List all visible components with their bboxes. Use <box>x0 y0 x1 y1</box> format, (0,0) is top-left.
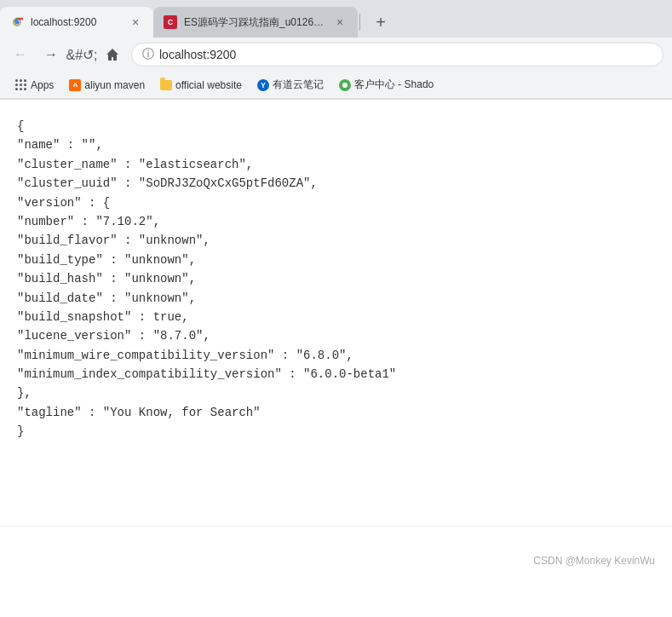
chrome-favicon <box>10 15 24 29</box>
forward-button[interactable]: → <box>39 43 63 66</box>
new-tab-button[interactable]: + <box>365 7 396 37</box>
folder-icon <box>160 80 172 90</box>
back-button[interactable]: ← <box>9 43 32 66</box>
tab-close-localhost[interactable]: × <box>128 14 143 30</box>
csdn-favicon: C <box>164 15 177 29</box>
bookmark-aliyun[interactable]: A aliyun maven <box>62 77 152 94</box>
json-line-4: "cluster_uuid" : "SoDRJ3ZoQxCxG5ptFd60ZA… <box>17 174 655 193</box>
bookmark-youdao[interactable]: Y 有道云笔记 <box>250 75 330 95</box>
json-line-14: "minimum_index_compatibility_version" : … <box>17 365 655 383</box>
tab-separator <box>359 14 360 31</box>
tab-localhost[interactable]: localhost:9200 × <box>0 7 153 37</box>
shadowsocks-icon <box>339 79 351 91</box>
address-bar: ← → &#↺; ⓘ localhost:9200 <box>0 37 672 72</box>
youdao-icon: Y <box>257 79 269 91</box>
json-line-16: "tagline" : "You Know, for Search" <box>17 403 655 422</box>
bookmark-official-label: official website <box>175 79 242 91</box>
svg-point-1 <box>15 20 20 25</box>
footer-watermark: CSDN @Monkey KevinWu <box>533 555 655 567</box>
json-line-1: { <box>17 117 655 136</box>
tab-csdn[interactable]: C ES源码学习踩坑指南_u01266341... × <box>153 7 358 37</box>
page-content: { "name" : "", "cluster_name" : "elastic… <box>0 100 672 526</box>
json-line-9: "build_hash" : "unknown", <box>17 269 655 288</box>
json-line-15: }, <box>17 383 655 402</box>
bookmark-apps[interactable]: Apps <box>9 77 60 94</box>
json-line-11: "build_snapshot" : true, <box>17 308 655 326</box>
json-line-2: "name" : "", <box>17 136 655 154</box>
tab-close-csdn[interactable]: × <box>332 14 347 30</box>
json-line-7: "build_flavor" : "unknown", <box>17 231 655 250</box>
apps-grid-icon <box>15 79 27 91</box>
lock-icon: ⓘ <box>142 47 154 62</box>
json-line-8: "build_type" : "unknown", <box>17 251 655 269</box>
json-line-6: "number" : "7.10.2", <box>17 212 655 231</box>
tab-title-localhost: localhost:9200 <box>31 16 121 28</box>
json-line-3: "cluster_name" : "elasticsearch", <box>17 155 655 174</box>
reload-button[interactable]: &#↺; <box>70 43 94 66</box>
tab-title-csdn: ES源码学习踩坑指南_u01266341... <box>184 15 325 30</box>
bookmark-shadowsocks[interactable]: 客户中心 - Shado <box>332 75 440 95</box>
browser-chrome: localhost:9200 × C ES源码学习踩坑指南_u01266341.… <box>0 0 672 100</box>
tab-bar: localhost:9200 × C ES源码学习踩坑指南_u01266341.… <box>0 0 672 37</box>
bookmarks-bar: Apps A aliyun maven official website Y 有… <box>0 72 672 99</box>
bookmark-aliyun-label: aliyun maven <box>84 79 145 91</box>
bookmark-shadowsocks-label: 客户中心 - Shado <box>354 78 434 92</box>
bookmark-youdao-label: 有道云笔记 <box>273 78 324 92</box>
address-input[interactable]: ⓘ localhost:9200 <box>131 43 663 66</box>
aliyun-icon: A <box>69 79 81 91</box>
json-line-12: "lucene_version" : "8.7.0", <box>17 326 655 345</box>
json-line-17: } <box>17 422 655 441</box>
bookmark-apps-label: Apps <box>31 79 54 91</box>
page-footer: CSDN @Monkey KevinWu <box>0 526 672 577</box>
json-line-10: "build_date" : "unknown", <box>17 289 655 308</box>
bookmark-official[interactable]: official website <box>153 77 249 94</box>
json-line-5: "version" : { <box>17 193 655 212</box>
home-button[interactable] <box>101 43 124 66</box>
json-line-13: "minimum_wire_compatibility_version" : "… <box>17 346 655 365</box>
address-text: localhost:9200 <box>159 48 236 61</box>
